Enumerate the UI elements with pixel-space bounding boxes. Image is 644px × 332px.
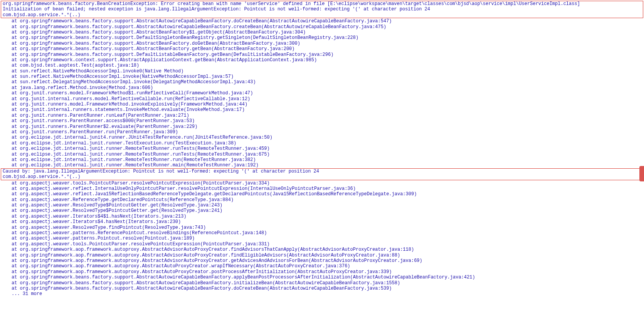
stack-frame-line: at org.aspectj.weaver.ResolvedType$Point… <box>1 208 643 213</box>
stack-frame-line: at org.aspectj.weaver.reflect.InternalUs… <box>1 186 643 191</box>
stack-frame-line: at org.springframework.context.support.A… <box>1 57 643 63</box>
stack-frame-line: at org.aspectj.weaver.tools.PointcutPars… <box>1 181 643 186</box>
stack-frame-line: at org.springframework.aop.framework.aut… <box>1 269 643 275</box>
stack-frame-line: at org.springframework.beans.factory.sup… <box>1 30 643 35</box>
caused-by-line: Caused by: java.lang.IllegalArgumentExce… <box>1 169 643 174</box>
stack-frame-line: at org.junit.internal.runners.model.Refl… <box>1 96 643 102</box>
stack-frame-line: at org.junit.runners.model.FrameworkMeth… <box>1 102 643 107</box>
stack-frame-line: at org.aspectj.weaver.Iterators$4.hasNex… <box>1 219 643 225</box>
stack-frame-line: at org.aspectj.weaver.ResolvedType.findP… <box>1 225 643 230</box>
stack-frame-line: at sun.reflect.NativeMethodAccessorImpl.… <box>1 69 643 74</box>
stack-frame-line: at org.springframework.beans.factory.sup… <box>1 52 643 57</box>
stack-frame-line: at org.aspectj.weaver.Iterators$4$1.hasN… <box>1 214 643 219</box>
stack-frame-line: at org.springframework.beans.factory.sup… <box>1 280 643 286</box>
stack-frame-line: at org.aspectj.weaver.ReferenceType.getD… <box>1 197 643 203</box>
stack-frame-line: at com.bjsd.test.aoptest.Test(aoptest.ja… <box>1 63 643 68</box>
stack-frame-line: at org.eclipse.jdt.internal.junit.runner… <box>1 157 643 163</box>
stack-frame-line: at org.springframework.aop.framework.aut… <box>1 263 643 269</box>
caused-by-line: com.bjsd.aop.service.*.*(..) <box>1 174 643 179</box>
stack-frame-line: at java.lang.reflect.Method.invoke(Metho… <box>1 85 643 91</box>
stack-frames-block: at org.springframework.beans.factory.sup… <box>1 18 643 168</box>
stack-frame-line: at org.junit.runners.ParentRunner.access… <box>1 118 643 124</box>
stack-frame-line: at org.springframework.aop.framework.aut… <box>1 253 643 258</box>
more-frames-line: ... 31 more <box>1 291 643 297</box>
stack-frame-line: at org.eclipse.jdt.internal.junit.runner… <box>1 163 643 168</box>
stack-frame-line: at org.springframework.beans.factory.sup… <box>1 286 643 291</box>
exception-header-block: org.springframework.beans.factory.BeanCr… <box>1 1 643 18</box>
stack-frame-line: at org.springframework.beans.factory.sup… <box>1 18 643 24</box>
stack-frame-line: at org.springframework.beans.factory.sup… <box>1 46 643 52</box>
stack-frame-line: at org.eclipse.jdt.internal.junit.runner… <box>1 146 643 151</box>
caused-by-block: Caused by: java.lang.IllegalArgumentExce… <box>1 168 643 180</box>
exception-line: Initialization of bean failed; nested ex… <box>1 7 643 12</box>
exception-line: com.bjsd.aop.service.*.*(..) <box>1 12 643 18</box>
stack-frame-line: at org.eclipse.jdt.internal.junit.runner… <box>1 152 643 157</box>
stack-frame-line: at org.junit.runners.ParentRunner$2.eval… <box>1 124 643 129</box>
stack-frame-line: at org.springframework.beans.factory.sup… <box>1 275 643 280</box>
exception-line: org.springframework.beans.factory.BeanCr… <box>1 1 643 7</box>
stack-frame-line: at org.aspectj.weaver.reflect.Java15Refl… <box>1 191 643 197</box>
stack-frame-line: at org.junit.runners.model.FrameworkMeth… <box>1 91 643 96</box>
stack-frame-line: at org.junit.runners.ParentRunner.runLea… <box>1 113 643 118</box>
stacktrace-output: org.springframework.beans.factory.BeanCr… <box>0 0 644 298</box>
stack-frame-line: at sun.reflect.DelegatingMethodAccessorI… <box>1 79 643 85</box>
stack-frame-line: at org.aspectj.weaver.ResolvedType$Point… <box>1 203 643 208</box>
stack-frame-line: at org.eclipse.jdt.internal.junit4.runne… <box>1 135 643 140</box>
stack-frame-line: at org.aspectj.weaver.tools.PointcutPars… <box>1 241 643 247</box>
stack-frame-line: at org.springframework.aop.framework.aut… <box>1 247 643 252</box>
stack-frame-line: at org.springframework.aop.framework.aut… <box>1 258 643 263</box>
stack-frame-line: at org.aspectj.weaver.patterns.Pointcut.… <box>1 236 643 241</box>
stack-frame-line: at org.springframework.beans.factory.sup… <box>1 41 643 46</box>
stack-frame-line: at org.aspectj.weaver.patterns.Reference… <box>1 230 643 236</box>
stack-frame-line: at org.junit.runners.ParentRunner.run(Pa… <box>1 129 643 135</box>
stack-frame-line: at org.junit.internal.runners.statements… <box>1 107 643 112</box>
stack-frame-line: at org.springframework.beans.factory.sup… <box>1 24 643 30</box>
stack-frame-line: at sun.reflect.NativeMethodAccessorImpl.… <box>1 74 643 79</box>
stack-frame-line: at org.springframework.beans.factory.sup… <box>1 35 643 40</box>
stack-frame-line: at org.eclipse.jdt.internal.junit.runner… <box>1 141 643 146</box>
stack-frames-block: at org.aspectj.weaver.tools.PointcutPars… <box>1 181 643 292</box>
sidebar-toggle-icon[interactable] <box>639 166 644 181</box>
